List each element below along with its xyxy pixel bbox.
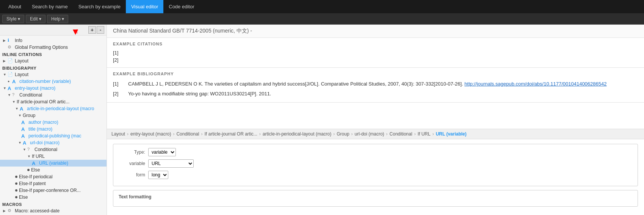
nav-visual-editor[interactable]: Visual editor <box>126 0 163 13</box>
breadcrumb-entry-layout[interactable]: entry-layout (macro) <box>130 131 171 137</box>
tree-item-else2[interactable]: Else <box>0 194 107 201</box>
arrow-url-doi[interactable]: ▼ <box>18 141 23 145</box>
nav-search-by-name[interactable]: Search by name <box>27 0 73 13</box>
breadcrumb-conditional[interactable]: Conditional <box>176 131 199 137</box>
citation-number-icon: A <box>12 79 18 84</box>
variable-select[interactable]: URL <box>148 159 194 168</box>
example-citations-title: EXAMPLE CITATIONS <box>113 42 638 46</box>
arrow-entry-layout[interactable]: ▼ <box>3 86 8 90</box>
url-doi-cond-icon: ? <box>27 147 33 152</box>
breadcrumb-sep-7: › <box>386 131 388 137</box>
arrow-macro-accessed[interactable]: ▶ <box>3 209 8 213</box>
url-variable-label: URL (variable) <box>39 160 68 166</box>
tree-item-else[interactable]: Else <box>0 167 107 173</box>
url-doi-icon: A <box>23 140 29 145</box>
breadcrumb-article-layout[interactable]: article-in-periodical-layout (macro) <box>263 131 331 137</box>
dot-else-if-periodical <box>15 176 17 178</box>
bib-layout-icon: 📄 <box>8 72 14 77</box>
bibliography-section: BIBLIOGRAPHY <box>0 64 107 71</box>
tree-item-group[interactable]: ▼ Group <box>0 112 107 119</box>
breadcrumb-sep-4: › <box>259 131 261 137</box>
tree-item-url-doi-conditional[interactable]: ▼ ? Conditional <box>0 146 107 153</box>
nav-about[interactable]: About <box>3 0 27 13</box>
conditional-icon: ? <box>12 92 18 98</box>
tree-item-url-doi[interactable]: ▼ A url-doi (macro) <box>0 139 107 146</box>
tree-item-citation-number[interactable]: ● A citation-number (variable) <box>0 78 107 85</box>
form-label: form <box>119 172 145 178</box>
arrow-conditional[interactable]: ▼ <box>8 93 12 97</box>
breadcrumb-if-url[interactable]: If URL <box>418 131 431 137</box>
arrow-if-url[interactable]: ▼ <box>27 154 32 158</box>
dot-else-if-paper <box>15 189 17 192</box>
tree-item-else-if-patent[interactable]: Else-If patent <box>0 180 107 187</box>
second-toolbar: Style ▾ Edit ▾ Help ▾ <box>0 13 644 25</box>
tree-item-info[interactable]: ▶ ℹ Info <box>0 37 107 44</box>
arrow-inline-layout[interactable]: ▶ <box>3 59 8 63</box>
tree-item-else-if-periodical[interactable]: Else-If periodical <box>0 173 107 180</box>
arrow-citation-number[interactable]: ● <box>8 79 12 83</box>
article-layout-label: article-in-periodical-layout (macro <box>27 106 94 111</box>
type-select[interactable]: variable <box>148 148 176 156</box>
tree-item-author[interactable]: A author (macro) <box>0 119 107 126</box>
tree-item-conditional[interactable]: ▼ ? Conditional <box>0 92 107 98</box>
breadcrumb-sep-5: › <box>333 131 335 137</box>
breadcrumb-sep-3: › <box>201 131 202 137</box>
info-icon: ℹ <box>8 38 14 43</box>
arrow-group[interactable]: ▼ <box>18 114 23 117</box>
tree-item-bib-layout[interactable]: ▼ 📄 Layout <box>0 71 107 78</box>
bib-item-1: [1] CAMPBELL J L, PEDERSEN O K. The vari… <box>113 79 638 89</box>
content-area: China National Standard GB/T 7714-2005 (… <box>107 25 644 215</box>
nav-search-by-example[interactable]: Search by example <box>73 0 126 13</box>
tree-item-macro-accessed[interactable]: ▶ ⚙ Macro: accessed-date <box>0 207 107 214</box>
arrow-info[interactable]: ▶ <box>3 39 8 42</box>
breadcrumb-url-doi[interactable]: url-doi (macro) <box>355 131 384 137</box>
sidebar-remove-btn[interactable]: - <box>97 26 104 34</box>
top-nav: About Search by name Search by example V… <box>0 0 644 13</box>
tree-container: ▶ ℹ Info ⚙ Global Formatting Options INL… <box>0 36 107 215</box>
conditional-label: Conditional <box>19 92 42 98</box>
type-section: Type: variable variable URL form long <box>113 144 638 186</box>
arrow-article-layout[interactable]: ▼ <box>15 107 20 111</box>
tree-item-if-article[interactable]: ▼ If article-journal OR artic... <box>0 98 107 105</box>
macro-accessed-label: Macro: accessed-date <box>15 208 60 213</box>
breadcrumb-sep-9: › <box>432 131 434 137</box>
macro-accessed-icon: ⚙ <box>8 208 14 213</box>
main-layout: + - ↑ ▶ ℹ Info ⚙ Global Formatting Optio… <box>0 25 644 215</box>
tree-item-else-if-paper[interactable]: Else-If paper-conference OR... <box>0 187 107 194</box>
tree-item-title[interactable]: A title (macro) <box>0 126 107 132</box>
sidebar-add-btn[interactable]: + <box>88 26 96 34</box>
periodical-icon: A <box>21 133 27 139</box>
style-menu-btn[interactable]: Style ▾ <box>2 15 24 23</box>
bib-link-1[interactable]: http://journals.sagepub.com/doi/abs/10.1… <box>464 81 606 87</box>
help-menu-btn[interactable]: Help ▾ <box>47 15 68 23</box>
arrow-if-article[interactable]: ▼ <box>12 100 17 104</box>
arrow-url-doi-cond[interactable]: ▼ <box>23 148 27 151</box>
variable-row: variable URL <box>119 159 632 168</box>
tree-item-inline-layout[interactable]: ▶ 📄 Layout <box>0 58 107 64</box>
inline-citations-section: INLINE CITATIONS <box>0 51 107 58</box>
tree-item-article-layout[interactable]: ▼ A article-in-periodical-layout (macro <box>0 105 107 112</box>
breadcrumb-conditional-2[interactable]: Conditional <box>390 131 412 137</box>
breadcrumb-sep-8: › <box>414 131 416 137</box>
tree-item-global-formatting[interactable]: ⚙ Global Formatting Options <box>0 44 107 51</box>
entry-layout-label: entry-layout (macro) <box>15 86 55 91</box>
type-row: Type: variable <box>119 148 632 156</box>
edit-menu-btn[interactable]: Edit ▾ <box>26 15 45 23</box>
breadcrumb-sep-2: › <box>173 131 174 137</box>
breadcrumb-group[interactable]: Group <box>337 131 349 137</box>
else-label: Else <box>31 167 40 173</box>
tree-item-url-variable[interactable]: A URL (variable) <box>0 160 107 167</box>
tree-item-if-url[interactable]: ▼ If URL <box>0 153 107 160</box>
tree-item-periodical[interactable]: A periodical-publishing (mac <box>0 132 107 139</box>
nav-code-editor[interactable]: Code editor <box>163 0 199 13</box>
tree-item-entry-layout[interactable]: ▼ A entry-layout (macro) <box>0 85 107 92</box>
periodical-label: periodical-publishing (mac <box>28 133 81 139</box>
bib-text-1-content: CAMPBELL J L, PEDERSEN O K. The varietie… <box>128 81 463 87</box>
example-citations-section: EXAMPLE CITATIONS [1] [2] <box>107 38 644 68</box>
example-bibliography-title: EXAMPLE BIBLIOGRAPHY <box>113 72 638 76</box>
arrow-bib-layout[interactable]: ▼ <box>3 73 8 76</box>
breadcrumb-url-variable[interactable]: URL (variable) <box>436 131 467 137</box>
form-select[interactable]: long <box>148 171 168 179</box>
breadcrumb-if-article[interactable]: If article-journal OR artic... <box>204 131 257 137</box>
breadcrumb-layout[interactable]: Layout <box>111 131 125 137</box>
